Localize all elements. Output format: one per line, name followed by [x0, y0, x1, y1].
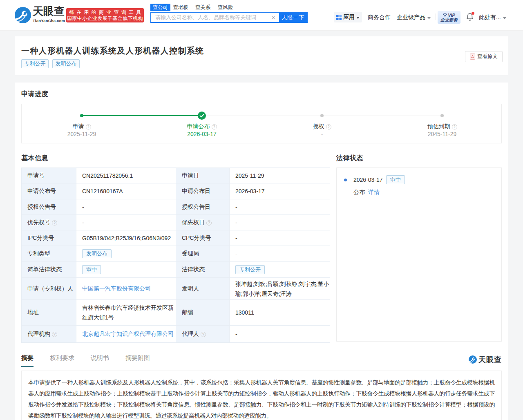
timeline-step-label: 申请公布 — [187, 123, 210, 130]
watermark-logo: 天眼查 — [469, 355, 502, 364]
help-icon[interactable]: ? — [452, 124, 457, 130]
help-icon[interactable]: ? — [52, 220, 57, 226]
help-icon[interactable]: ? — [52, 332, 57, 337]
field-label: CPC分类号 — [176, 230, 230, 246]
timeline-step: 授权? - — [262, 104, 382, 144]
field-value: - — [76, 199, 176, 215]
field-value: 2025-11-29 — [230, 168, 330, 183]
tab-claims[interactable]: 权利要求 — [50, 354, 74, 367]
field-value: 130011 — [230, 300, 330, 326]
nav-tab-boss[interactable]: 查老板 — [173, 4, 189, 11]
nav-tab-company[interactable]: 查公司 — [150, 4, 170, 11]
field-label: 代理机构? — [22, 326, 76, 343]
applicant-link[interactable]: 中国第一汽车股份有限公司 — [82, 285, 151, 292]
field-value: - — [230, 199, 330, 215]
field-label: 优先权号? — [22, 215, 76, 230]
search-clear-icon[interactable]: × — [268, 13, 279, 22]
status-badge: 审中 — [82, 265, 101, 274]
field-label: 邮编 — [176, 300, 230, 326]
enterprise-products-link[interactable]: 企业级产品 — [397, 14, 431, 20]
timeline-step: 申请公布? 2026-03-17 — [142, 104, 262, 144]
logo-text[interactable]: 天眼查 TianYanCha.com — [33, 5, 65, 23]
progress-heading: 申请进度 — [21, 90, 48, 98]
field-value: CN121680167A — [76, 183, 176, 199]
patent-title-card: 一种人形机器人训练系统及人形机器人控制系统 专利公开 发明公布 查看原文 — [15, 36, 508, 75]
timeline-step-label-row: 授权? — [262, 123, 382, 130]
table-row: 简单法律状态 审中 法律状态 专利公开 — [22, 262, 330, 278]
search-nav-tabs: 查公司 查老板 查关系 查风险 — [150, 4, 233, 11]
field-label: 申请日 — [176, 168, 230, 183]
field-value: 张坤超;刘欢;吕颖;刘秋铮;刘宇杰;董小瑜;郭小洋;屠天奇;汪涛 — [230, 278, 330, 300]
vip-package-button[interactable]: VIP 企业套餐 — [438, 11, 460, 24]
legal-status-line2: 公布 详情 — [353, 189, 405, 196]
view-original-button[interactable]: 查看原文 — [465, 51, 503, 62]
view-original-label: 查看原文 — [477, 53, 498, 60]
notification-red-dot — [472, 12, 474, 15]
field-value: 2026-03-17 — [230, 183, 330, 199]
status-badge: 专利公开 — [235, 265, 265, 274]
nav-tab-relation[interactable]: 查关系 — [195, 4, 211, 11]
legal-status-date: 2026-03-17 — [353, 176, 383, 183]
tab-abstract[interactable]: 摘要 — [21, 354, 34, 367]
search-bar: × 天眼一下 — [150, 12, 308, 23]
field-label-text: 优先权日 — [182, 219, 205, 226]
chevron-down-icon — [427, 17, 431, 19]
user-menu-label: 此处有... — [479, 14, 501, 20]
chevron-down-icon — [503, 17, 506, 19]
help-icon[interactable]: ? — [201, 332, 206, 337]
table-row: 代理机构? 北京超凡宏宇知识产权代理有限公司 代理人? - — [22, 326, 330, 343]
vip-diamond-icon — [443, 13, 447, 17]
help-icon[interactable]: ? — [326, 124, 331, 130]
legal-status-line1: 2026-03-17 审中 — [353, 174, 405, 185]
field-label: 法律状态 — [176, 262, 230, 278]
help-icon[interactable]: ? — [206, 220, 212, 226]
table-row: 优先权号? - 优先权日? - — [22, 215, 330, 230]
basic-info-heading: 基本信息 — [21, 154, 48, 163]
document-tabs: 摘要 权利要求 说明书 摘要附图 — [21, 354, 150, 367]
notification-bell-icon[interactable] — [466, 13, 474, 21]
field-value-text: 张坤超;刘欢;吕颖;刘秋铮;刘宇杰;董小瑜;郭小洋;屠天奇;汪涛 — [235, 279, 330, 299]
timeline-step-label-row: 申请公布? — [142, 123, 262, 130]
table-row: IPC分类号 G05B19/042;B25J9/16;G06N3/092 CPC… — [22, 230, 330, 246]
field-label: 发明人 — [176, 278, 230, 300]
agency-link[interactable]: 北京超凡宏宇知识产权代理有限公司 — [82, 331, 174, 337]
nav-tab-risk[interactable]: 查风险 — [218, 4, 233, 11]
timeline-step-date: - — [262, 131, 382, 137]
legal-status-detail-link[interactable]: 详情 — [368, 189, 380, 195]
basic-info-table: 申请号 CN202511782056.1 申请日 2025-11-29 申请公布… — [21, 168, 330, 343]
field-value: - — [230, 230, 330, 246]
tab-abstract-figure[interactable]: 摘要附图 — [125, 354, 150, 367]
apps-grid-icon — [336, 15, 342, 20]
field-label-text: 代理机构 — [27, 331, 50, 337]
field-value: 中国第一汽车股份有限公司 — [76, 278, 176, 300]
business-cooperation-link[interactable]: 商务合作 — [368, 14, 391, 20]
user-menu[interactable]: 此处有... — [479, 14, 506, 20]
apps-menu[interactable]: 应用 — [334, 12, 362, 22]
table-row: 授权公告号 - 授权公告日 - — [22, 199, 330, 215]
field-value-text: 吉林省长春市汽车经济技术开发区新红旗大街1号 — [82, 303, 174, 322]
field-value: G05B19/042;B25J9/16;G06N3/092 — [76, 230, 176, 246]
field-label: 简单法律状态 — [22, 262, 76, 278]
field-label: 申请（专利权）人 — [22, 278, 76, 300]
tianyancha-logo-icon[interactable] — [15, 7, 31, 23]
field-value: 吉林省长春市汽车经济技术开发区新红旗大街1号 — [76, 300, 176, 326]
table-row: 申请（专利权）人 中国第一汽车股份有限公司 发明人 张坤超;刘欢;吕颖;刘秋铮;… — [22, 278, 330, 300]
timeline-step-label: 申请 — [73, 123, 84, 130]
field-value: 审中 — [76, 262, 176, 278]
field-label-text: 优先权号 — [27, 219, 50, 226]
field-value: 北京超凡宏宇知识产权代理有限公司 — [76, 326, 176, 343]
field-value: - — [230, 215, 330, 230]
help-icon[interactable]: ? — [212, 124, 217, 130]
search-input[interactable] — [151, 13, 268, 22]
table-row: 申请公布号 CN121680167A 申请公布日 2026-03-17 — [22, 183, 330, 199]
header-divider — [436, 13, 436, 20]
tab-description[interactable]: 说明书 — [91, 354, 109, 367]
field-value: - — [230, 326, 330, 343]
table-row: 专利类型 发明公布 受理局 - — [22, 246, 330, 262]
timeline-step: 预估到期? 2045-11-29 — [382, 104, 502, 144]
pdf-icon — [470, 54, 475, 60]
field-label: 申请公布号 — [22, 183, 76, 199]
table-row: 申请号 CN202511782056.1 申请日 2025-11-29 — [22, 168, 330, 183]
search-button[interactable]: 天眼一下 — [279, 13, 307, 22]
help-icon[interactable]: ? — [86, 124, 91, 130]
